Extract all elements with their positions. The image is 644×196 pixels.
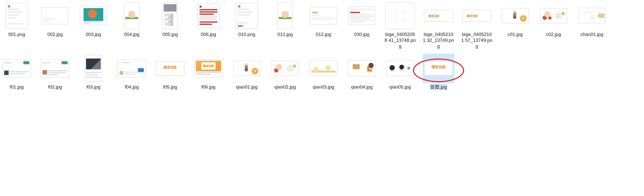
thumbnail-image (233, 61, 260, 76)
file-label: qian01.jpg (236, 84, 258, 90)
thumbnail[interactable] (270, 1, 301, 30)
thumbnail-image (162, 2, 178, 29)
file-item-qian04[interactable]: qian04.jpg (346, 54, 378, 90)
file-item-f02[interactable]: f02.jpg (39, 54, 71, 90)
thumbnail[interactable] (576, 1, 608, 30)
thumbnail[interactable] (500, 1, 531, 30)
thumbnail[interactable]: 配图攻略 (461, 1, 492, 30)
file-label: 030.jpg (354, 32, 370, 38)
file-item-c02[interactable]: c02.jpg (538, 1, 569, 49)
file-label: bige_04052101 32_13749.png (423, 32, 454, 49)
thumbnail[interactable] (193, 1, 224, 30)
thumbnail[interactable] (39, 1, 71, 30)
thumbnail[interactable] (154, 54, 186, 83)
file-item-c01[interactable]: c01.jpg (500, 1, 531, 49)
file-item-030[interactable]: 030.jpg (346, 1, 378, 49)
file-label: 005.jpg (162, 32, 178, 38)
thumbnail[interactable] (116, 1, 148, 30)
file-item-bige3[interactable]: 配图攻略bige_04052101 57_13749.png (461, 1, 492, 49)
file-item-f06[interactable]: 哪里找图f06.jpg (193, 54, 224, 90)
thumbnail[interactable] (384, 54, 416, 83)
file-item-qian05[interactable]: qian05.jpg (384, 54, 416, 90)
file-label: 002.jpg (48, 32, 63, 38)
thumbnail-image: 配图攻略 (424, 10, 453, 22)
file-label: qian02.jpg (274, 84, 296, 90)
file-item-qian03[interactable]: qian03.jpg (308, 54, 339, 90)
thumbnail[interactable] (270, 54, 301, 83)
file-label: qian04.jpg (351, 84, 373, 90)
thumbnail-image (278, 2, 293, 29)
thumbnail[interactable] (1, 1, 32, 30)
file-label: chan01.jpg (580, 32, 604, 38)
thumbnail[interactable] (538, 1, 569, 30)
thumbnail-image (578, 8, 606, 24)
thumbnail-image (386, 60, 414, 76)
thumbnail-image: 配图攻略 (386, 2, 415, 29)
thumbnail[interactable] (39, 54, 71, 83)
thumbnail[interactable] (116, 54, 148, 83)
file-item-bige2[interactable]: 配图攻略bige_04052101 32_13749.png (423, 1, 454, 49)
file-label: f05.jpg (163, 84, 177, 90)
file-item-qian01[interactable]: qian01.jpg (231, 54, 262, 90)
file-label: 006.jpg (201, 32, 216, 38)
file-item-qian02[interactable]: qian02.jpg (270, 54, 301, 90)
file-label: 011.jpg (278, 32, 293, 38)
file-item-011[interactable]: 011.jpg (270, 1, 301, 49)
thumbnail-image (124, 2, 139, 29)
thumbnail[interactable] (423, 54, 454, 83)
file-label: f04.jpg (124, 84, 139, 90)
thumbnail[interactable] (154, 1, 186, 30)
thumbnail-image (272, 61, 299, 76)
file-item-shou[interactable]: 首图.jpg (423, 54, 454, 90)
file-item-003[interactable]: 003.jpg (78, 1, 109, 49)
thumbnail[interactable] (346, 54, 378, 83)
file-label: 001.png (8, 32, 25, 38)
thumbnail-image (424, 61, 453, 76)
thumbnail[interactable]: 配图攻略 (384, 1, 416, 30)
file-item-004[interactable]: 004.jpg (116, 1, 148, 49)
file-item-f04[interactable]: f04.jpg (116, 54, 148, 90)
file-label: 010.png (238, 32, 256, 38)
thumbnail[interactable] (78, 1, 109, 30)
file-item-002[interactable]: 002.jpg (39, 1, 71, 49)
file-label: 003.jpg (86, 32, 101, 38)
thumbnail[interactable] (1, 54, 32, 83)
file-item-chan01[interactable]: chan01.jpg (576, 1, 608, 49)
thumbnail[interactable] (231, 1, 262, 30)
thumbnail[interactable] (308, 54, 339, 83)
file-label: f03.jpg (86, 84, 100, 90)
thumbnail[interactable]: 配图攻略 (423, 1, 454, 30)
file-label: f06.jpg (201, 84, 215, 90)
thumbnail-image (236, 3, 258, 29)
thumbnail[interactable]: 哪里找图 (193, 54, 224, 83)
thumbnail-image (85, 55, 102, 82)
thumbnail-image (42, 8, 68, 24)
file-item-bige1[interactable]: 配图攻略bige_04052058 41_13748.png (384, 1, 416, 49)
thumbnail-image (156, 61, 184, 76)
thumbnail[interactable] (231, 54, 262, 83)
file-item-005[interactable]: 005.jpg (154, 1, 186, 49)
file-label: f01.jpg (10, 84, 24, 90)
file-item-001[interactable]: 001.png (1, 1, 32, 49)
file-item-f01[interactable]: f01.jpg (1, 54, 32, 90)
thumbnail[interactable] (78, 54, 109, 83)
thumbnail[interactable] (308, 1, 339, 30)
file-item-f05[interactable]: f05.jpg (154, 54, 186, 90)
thumbnail[interactable] (346, 1, 378, 30)
thumbnail-image (6, 3, 28, 29)
file-item-f03[interactable]: f03.jpg (78, 54, 109, 90)
file-grid[interactable]: 001.png002.jpg003.jpg004.jpg005.jpg006.j… (0, 0, 644, 100)
file-item-012[interactable]: 012.jpg (308, 1, 339, 49)
thumbnail-image (348, 7, 375, 25)
thumbnail-image (502, 8, 529, 23)
file-item-006[interactable]: 006.jpg (193, 1, 224, 49)
thumbnail-image: 哪里找图 (194, 60, 223, 77)
file-label: 012.jpg (316, 32, 331, 38)
file-item-010[interactable]: 010.png (231, 1, 262, 49)
thumbnail-image (310, 60, 337, 76)
file-label: 首图.jpg (430, 84, 448, 90)
file-label: qian03.jpg (313, 84, 334, 90)
file-label: qian05.jpg (389, 84, 411, 90)
file-label: f02.jpg (48, 84, 62, 90)
file-label: c02.jpg (546, 32, 561, 38)
